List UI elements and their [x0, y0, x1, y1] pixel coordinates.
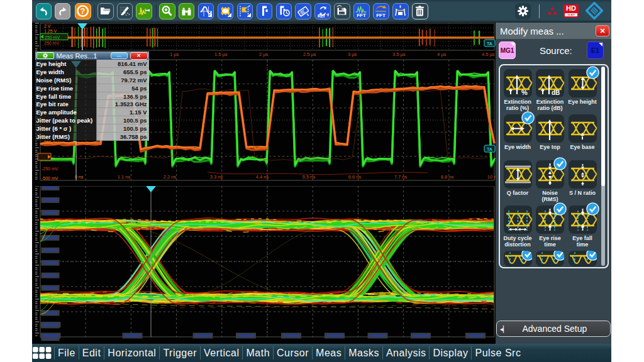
svg-text:FFT: FFT — [376, 13, 386, 18]
svg-text:FFT: FFT — [357, 13, 366, 18]
svg-text:1.25 V: 1.25 V — [44, 29, 57, 33]
svg-text:4 µs: 4 µs — [437, 52, 447, 57]
svg-text:8.8 ns: 8.8 ns — [441, 174, 454, 180]
svg-text:250 mV: 250 mV — [44, 41, 59, 45]
svg-text:%: % — [521, 89, 528, 96]
svg-text:TA: TA — [487, 41, 492, 46]
svg-text:1.5 µs: 1.5 µs — [214, 52, 228, 57]
svg-text:1.1 ns: 1.1 ns — [118, 174, 131, 180]
svg-text:10 ns: 10 ns — [487, 174, 496, 180]
svg-text:3.3 ns: 3.3 ns — [210, 174, 223, 180]
svg-text:-500 mV: -500 mV — [42, 176, 58, 180]
svg-text:TA: TA — [487, 147, 492, 151]
svg-text:7.7 ns: 7.7 ns — [394, 174, 408, 180]
svg-text:dB: dB — [552, 89, 560, 96]
svg-text:1 µs: 1 µs — [170, 52, 179, 57]
svg-text:5.5 ns: 5.5 ns — [303, 174, 316, 180]
svg-text:Ref: Ref — [318, 14, 325, 18]
svg-text:?: ? — [80, 6, 86, 16]
svg-text:3 µs: 3 µs — [348, 52, 357, 57]
svg-text:2 µs: 2 µs — [259, 52, 269, 57]
svg-text:6.6 ns: 6.6 ns — [348, 174, 362, 180]
svg-text:3.5 µs: 3.5 µs — [392, 52, 406, 57]
svg-text:250 mV: 250 mV — [45, 35, 60, 40]
svg-text:2 V: 2 V — [44, 24, 51, 28]
svg-text:2.5 µs: 2.5 µs — [303, 52, 316, 57]
svg-text:-250 mV: -250 mV — [42, 167, 58, 171]
svg-text:4.4 ns: 4.4 ns — [256, 174, 269, 180]
svg-text:4.5 µs: 4.5 µs — [482, 52, 495, 57]
svg-text:2.2 ns: 2.2 ns — [164, 174, 177, 180]
svg-text:250 mV: 250 mV — [44, 140, 59, 145]
